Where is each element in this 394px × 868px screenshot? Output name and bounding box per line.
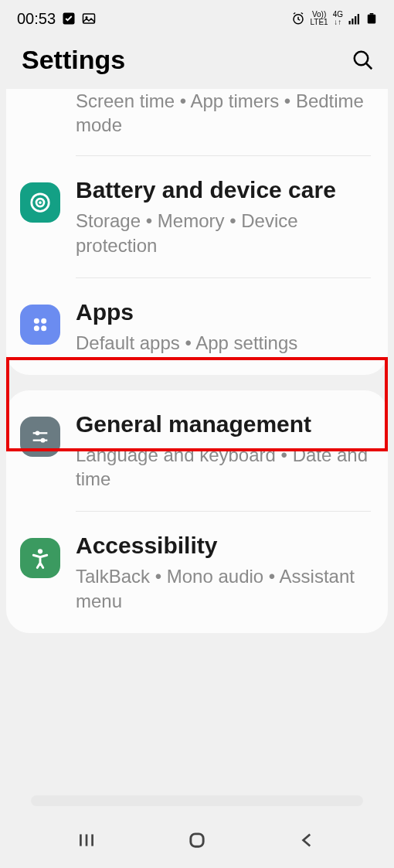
svg-point-18 xyxy=(41,325,46,331)
settings-item-battery[interactable]: Battery and device care Storage • Memory… xyxy=(6,156,388,277)
scroll-indicator xyxy=(31,795,363,806)
svg-line-11 xyxy=(366,63,372,69)
svg-rect-4 xyxy=(349,21,351,25)
item-title: General management xyxy=(76,410,371,438)
status-bar: 00:53 Vo)) LTE1 4G ↓↑ xyxy=(0,0,394,34)
lte-label: LTE1 xyxy=(310,19,328,26)
svg-point-23 xyxy=(38,549,42,553)
header: Settings xyxy=(0,34,394,89)
settings-item-apps[interactable]: Apps Default apps • App settings xyxy=(6,278,388,375)
svg-rect-6 xyxy=(355,16,356,25)
home-icon xyxy=(186,829,208,851)
alarm-icon xyxy=(291,12,305,26)
settings-item-general[interactable]: General management Language and keyboard… xyxy=(6,390,388,511)
check-icon xyxy=(62,12,76,26)
status-time: 00:53 xyxy=(17,10,56,28)
item-title: Apps xyxy=(76,298,371,326)
apps-icon xyxy=(20,305,60,345)
nav-home-button[interactable] xyxy=(174,825,220,856)
nav-recents-button[interactable] xyxy=(63,825,110,856)
item-subtitle: Default apps • App settings xyxy=(76,331,371,355)
svg-rect-5 xyxy=(352,19,353,25)
back-icon xyxy=(297,830,318,850)
search-button[interactable] xyxy=(349,46,377,74)
svg-point-17 xyxy=(34,325,39,331)
item-subtitle: Language and keyboard • Date and time xyxy=(76,443,371,491)
battery-care-icon xyxy=(20,182,60,223)
svg-rect-1 xyxy=(83,14,95,23)
accessibility-icon xyxy=(20,538,60,578)
battery-icon xyxy=(366,10,377,27)
svg-rect-7 xyxy=(358,14,359,25)
item-title: Accessibility xyxy=(76,532,371,560)
search-icon xyxy=(352,49,375,72)
svg-rect-27 xyxy=(191,834,203,846)
svg-point-15 xyxy=(34,318,39,324)
image-icon xyxy=(82,12,96,26)
svg-rect-9 xyxy=(370,13,374,15)
item-subtitle: Storage • Memory • Device protection xyxy=(76,209,371,257)
svg-point-22 xyxy=(41,438,46,443)
network-arrows: ↓↑ xyxy=(333,19,343,26)
settings-group-2: General management Language and keyboard… xyxy=(6,390,388,633)
item-subtitle: TalkBack • Mono audio • Assistant menu xyxy=(76,564,371,612)
recents-icon xyxy=(76,830,97,850)
item-title: Battery and device care xyxy=(76,176,371,204)
svg-point-16 xyxy=(41,318,46,324)
settings-item-screen-time[interactable]: Screen time • App timers • Bedtime mode xyxy=(6,89,388,155)
page-title: Settings xyxy=(22,45,125,75)
network-label-group: Vo)) LTE1 xyxy=(310,11,328,26)
network-type-group: 4G ↓↑ xyxy=(333,11,343,26)
nav-back-button[interactable] xyxy=(284,825,331,856)
svg-point-20 xyxy=(36,431,40,435)
settings-group-1: Screen time • App timers • Bedtime mode … xyxy=(6,89,388,375)
svg-point-10 xyxy=(355,51,369,65)
svg-rect-8 xyxy=(368,15,376,24)
svg-point-14 xyxy=(39,202,42,205)
signal-icon xyxy=(348,12,362,26)
item-subtitle: Screen time • App timers • Bedtime mode xyxy=(76,89,371,137)
navigation-bar xyxy=(0,812,394,868)
settings-item-accessibility[interactable]: Accessibility TalkBack • Mono audio • As… xyxy=(6,512,388,632)
sliders-icon xyxy=(20,417,60,457)
